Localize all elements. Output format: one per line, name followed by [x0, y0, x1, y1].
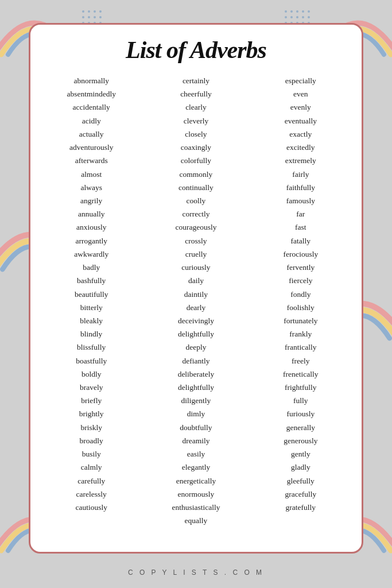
- word-item: fast: [295, 220, 306, 234]
- word-item: freely: [292, 354, 309, 368]
- word-item: enthusiastically: [172, 501, 220, 514]
- word-item: coolly: [187, 194, 206, 207]
- svg-point-16: [88, 10, 90, 13]
- word-item: curiously: [181, 261, 210, 274]
- word-item: delightfully: [178, 381, 214, 394]
- word-item: adventurously: [69, 141, 114, 154]
- page-title: List of Adverbs: [126, 36, 266, 64]
- svg-point-18: [99, 10, 102, 13]
- word-item: energetically: [176, 474, 216, 488]
- word-item: dreamily: [183, 434, 210, 447]
- word-item: gratefully: [286, 501, 316, 514]
- svg-point-0: [285, 10, 287, 13]
- word-item: equally: [185, 514, 208, 527]
- footer-text: C O P Y L I S T S . C O M: [0, 568, 392, 577]
- word-item: frankly: [289, 327, 312, 341]
- svg-point-22: [99, 16, 102, 18]
- word-item: elegantly: [182, 461, 210, 474]
- word-item: carelessly: [76, 488, 107, 501]
- svg-point-3: [302, 10, 304, 13]
- word-item: generously: [284, 434, 317, 447]
- word-item: doubtfully: [180, 421, 212, 434]
- word-item: fervently: [286, 261, 315, 274]
- word-item: ferociously: [283, 247, 318, 261]
- word-item: actually: [79, 127, 104, 141]
- word-item: deliberately: [178, 368, 215, 381]
- word-item: absentmindedly: [67, 87, 115, 100]
- svg-point-15: [82, 10, 84, 13]
- word-item: boldly: [81, 368, 102, 381]
- word-column-1: abnormallyabsentmindedlyaccidentallyacid…: [39, 74, 143, 543]
- word-item: daily: [188, 274, 204, 287]
- word-item: continually: [178, 181, 214, 194]
- svg-point-7: [296, 16, 298, 18]
- word-item: coaxingly: [181, 141, 211, 154]
- svg-point-5: [285, 16, 287, 18]
- svg-point-21: [94, 16, 96, 18]
- svg-point-2: [296, 10, 298, 13]
- word-column-2: certainlycheerfullyclearlycleverlyclosel…: [143, 74, 248, 543]
- svg-point-9: [308, 16, 310, 18]
- svg-point-4: [308, 10, 310, 13]
- word-item: defiantly: [183, 354, 210, 368]
- word-item: especially: [285, 74, 316, 87]
- word-item: blissfully: [77, 341, 106, 354]
- word-item: easily: [187, 447, 205, 461]
- word-item: gracefully: [285, 488, 316, 501]
- word-item: cruelly: [185, 247, 207, 261]
- word-item: fatally: [291, 234, 311, 247]
- word-item: arrogantly: [75, 234, 107, 247]
- word-item: clearly: [185, 100, 207, 114]
- word-item: angrily: [80, 194, 102, 207]
- word-item: boastfully: [76, 354, 107, 368]
- word-item: fiercely: [289, 274, 312, 287]
- word-item: almost: [81, 168, 102, 181]
- word-item: enormously: [178, 488, 215, 501]
- word-item: calmly: [81, 461, 102, 474]
- word-item: crossly: [185, 234, 207, 247]
- word-item: delightfully: [178, 327, 214, 341]
- word-item: anxiously: [76, 220, 107, 234]
- word-item: exactly: [289, 127, 312, 141]
- word-item: fully: [293, 394, 308, 407]
- word-item: carefully: [77, 474, 105, 488]
- word-item: closely: [185, 127, 207, 141]
- word-item: faithfully: [286, 181, 315, 194]
- word-item: briskly: [80, 421, 102, 434]
- word-item: extremely: [285, 154, 316, 167]
- words-grid: abnormallyabsentmindedlyaccidentallyacid…: [39, 74, 353, 543]
- word-item: diligently: [181, 394, 211, 407]
- word-item: cleverly: [184, 114, 208, 127]
- word-item: cheerfully: [180, 87, 212, 100]
- word-item: acidly: [82, 114, 101, 127]
- word-item: correctly: [183, 207, 210, 220]
- word-item: courageously: [176, 220, 217, 234]
- word-item: accidentally: [73, 100, 110, 114]
- word-item: beautifully: [75, 288, 108, 301]
- word-item: dimly: [187, 407, 205, 420]
- word-item: afterwards: [75, 154, 108, 167]
- word-item: certainly: [183, 74, 209, 87]
- word-item: abnormally: [73, 74, 108, 87]
- word-item: blindly: [80, 327, 102, 341]
- word-column-3: especiallyevenevenlyeventuallyexactlyexc…: [249, 74, 353, 543]
- word-item: deeply: [185, 341, 206, 354]
- word-item: even: [293, 87, 308, 100]
- word-item: cautiously: [75, 501, 107, 514]
- word-item: colorfully: [181, 154, 211, 167]
- word-item: far: [296, 207, 305, 220]
- word-item: frantically: [285, 341, 316, 354]
- word-item: evenly: [290, 100, 311, 114]
- word-item: broadly: [80, 434, 103, 447]
- word-item: gleefully: [287, 474, 315, 488]
- word-item: dearly: [187, 301, 206, 314]
- word-item: furiously: [286, 407, 315, 420]
- word-item: excitedly: [286, 141, 315, 154]
- word-item: busily: [82, 447, 101, 461]
- word-item: fairly: [292, 168, 309, 181]
- word-item: fortunately: [284, 314, 317, 327]
- word-item: briefly: [81, 394, 102, 407]
- word-item: always: [80, 181, 102, 194]
- word-item: frightfully: [285, 381, 317, 394]
- word-item: bitterly: [80, 301, 103, 314]
